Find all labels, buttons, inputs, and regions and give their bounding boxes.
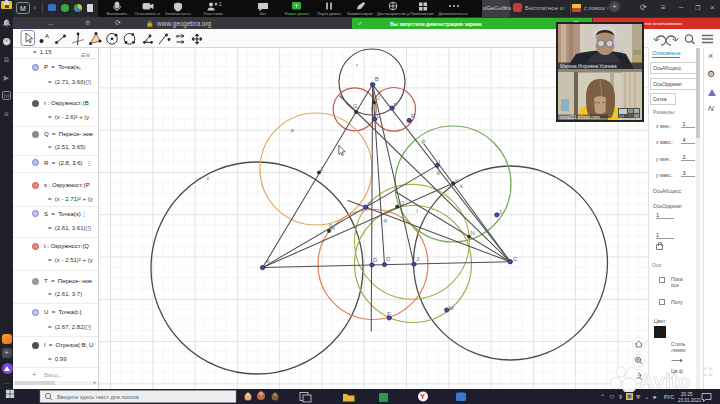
svg-text:J: J [499,209,502,215]
svg-text:РУС: РУС [664,394,674,400]
svg-text:l: l [417,208,418,214]
svg-text:K: K [455,178,459,184]
svg-text:⛉: ⛉ [610,394,615,400]
svg-text:F: F [387,311,391,317]
svg-text:C: C [513,256,518,262]
svg-text:Avito: Avito [639,369,691,392]
svg-text:d: d [368,200,371,206]
svg-text:P: P [422,139,426,145]
svg-text:⛨: ⛨ [636,394,641,400]
svg-text:🕪: 🕪 [653,394,657,400]
svg-text:M: M [449,305,454,311]
svg-text:c: c [207,175,210,181]
svg-text:R: R [411,113,416,119]
svg-text:Марина Игоревна Усачева: Марина Игоревна Усачева [560,64,617,69]
svg-text:A: A [266,258,270,264]
svg-text:D: D [373,257,378,263]
svg-text:J: J [416,256,419,262]
svg-text:D: D [386,256,391,262]
svg-text:G: G [353,103,358,109]
svg-text:A: A [45,33,49,39]
svg-text:Y: Y [420,392,425,401]
svg-text:U: U [376,95,380,101]
svg-text:2: 2 [219,2,222,7]
svg-text:N: N [471,230,475,236]
svg-text:23.01.2021: 23.01.2021 [678,398,701,403]
svg-text:g: g [437,169,440,175]
svg-text:O: O [400,200,405,206]
svg-text:20:25: 20:25 [681,392,693,397]
svg-text:q: q [384,217,387,223]
svg-text:B: B [375,76,379,82]
svg-text:Введите здесь текст для поиска: Введите здесь текст для поиска [57,394,140,400]
svg-text:r: r [356,62,358,68]
svg-text:⌃: ⌃ [600,394,605,400]
svg-text:⟓: ⟓ [645,394,648,400]
svg-text:🎙: 🎙 [618,394,624,400]
svg-text:P: P [394,102,398,108]
svg-text:ocsa211.icloud.com: ocsa211.icloud.com [560,115,600,120]
